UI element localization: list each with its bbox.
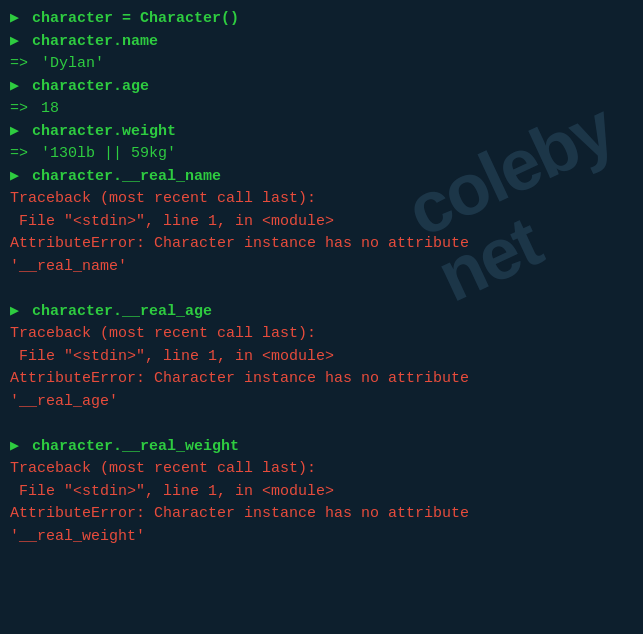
prompt-symbol: ▶ [10, 8, 28, 31]
traceback-line: '__real_age' [10, 391, 633, 414]
traceback-line: AttributeError: Character instance has n… [10, 368, 633, 391]
traceback-line: AttributeError: Character instance has n… [10, 233, 633, 256]
traceback-line: File "<stdin>", line 1, in <module> [10, 346, 633, 369]
prompt-symbol: ▶ [10, 436, 28, 459]
prompt-symbol: ▶ [10, 166, 28, 189]
traceback-text: File "<stdin>", line 1, in <module> [10, 211, 334, 234]
terminal: ▶ character = Character()▶ character.nam… [0, 0, 643, 634]
traceback-line: Traceback (most recent call last): [10, 188, 633, 211]
terminal-line: => 'Dylan' [10, 53, 633, 76]
prompt-symbol: ▶ [10, 121, 28, 144]
code-text: character.weight [32, 121, 176, 144]
traceback-line: File "<stdin>", line 1, in <module> [10, 481, 633, 504]
terminal-line [10, 413, 633, 436]
traceback-line: File "<stdin>", line 1, in <module> [10, 211, 633, 234]
code-text: character.__real_weight [32, 436, 239, 459]
result-arrow: => [10, 98, 37, 121]
prompt-symbol: ▶ [10, 76, 28, 99]
traceback-text: AttributeError: Character instance has n… [10, 368, 469, 391]
traceback-line: '__real_name' [10, 256, 633, 279]
terminal-line: => 18 [10, 98, 633, 121]
traceback-line: Traceback (most recent call last): [10, 323, 633, 346]
traceback-text: '__real_name' [10, 256, 127, 279]
terminal-line: ▶ character.__real_age [10, 301, 633, 324]
traceback-line: AttributeError: Character instance has n… [10, 503, 633, 526]
terminal-line: ▶ character.__real_name [10, 166, 633, 189]
traceback-line: '__real_weight' [10, 526, 633, 549]
code-text: character.age [32, 76, 149, 99]
traceback-line: Traceback (most recent call last): [10, 458, 633, 481]
prompt-symbol: ▶ [10, 301, 28, 324]
prompt-symbol: ▶ [10, 31, 28, 54]
traceback-text: AttributeError: Character instance has n… [10, 503, 469, 526]
terminal-line: ▶ character.age [10, 76, 633, 99]
traceback-text: File "<stdin>", line 1, in <module> [10, 346, 334, 369]
traceback-text: Traceback (most recent call last): [10, 323, 316, 346]
code-text: character.__real_name [32, 166, 221, 189]
traceback-text: AttributeError: Character instance has n… [10, 233, 469, 256]
terminal-line: => '130lb || 59kg' [10, 143, 633, 166]
result-value: 'Dylan' [41, 53, 104, 76]
result-value: 18 [41, 98, 59, 121]
result-arrow: => [10, 143, 37, 166]
code-text: character.__real_age [32, 301, 212, 324]
traceback-text: Traceback (most recent call last): [10, 458, 316, 481]
terminal-line: ▶ character = Character() [10, 8, 633, 31]
code-text: character.name [32, 31, 158, 54]
terminal-line: ▶ character.name [10, 31, 633, 54]
traceback-text: File "<stdin>", line 1, in <module> [10, 481, 334, 504]
terminal-line: ▶ character.weight [10, 121, 633, 144]
terminal-content: ▶ character = Character()▶ character.nam… [10, 8, 633, 548]
terminal-line [10, 278, 633, 301]
traceback-text: '__real_age' [10, 391, 118, 414]
code-text: character = Character() [32, 8, 239, 31]
traceback-text: Traceback (most recent call last): [10, 188, 316, 211]
traceback-text: '__real_weight' [10, 526, 145, 549]
terminal-line: ▶ character.__real_weight [10, 436, 633, 459]
result-arrow: => [10, 53, 37, 76]
result-value: '130lb || 59kg' [41, 143, 176, 166]
